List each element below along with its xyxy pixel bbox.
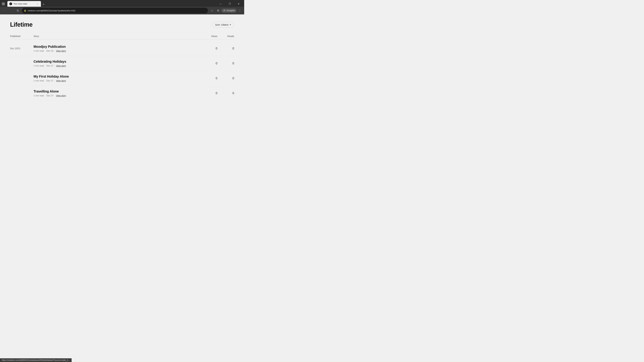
bookmark-button[interactable]: ☆ <box>209 8 215 13</box>
story-meta-2: 1 min read · Dec 27 · View story <box>34 79 200 82</box>
story-meta-0: 1 min read · Dec 26 · View story <box>34 50 200 52</box>
story-meta-1: 1 min read · Dec 27 · View story <box>34 64 200 67</box>
story-info-2: My First Holiday Alone 1 min read · Dec … <box>34 75 200 82</box>
read-time-3: 1 min read <box>34 94 44 97</box>
dot2-3: · <box>54 94 55 97</box>
story-info-1: Celebrating Holidays 1 min read · Dec 27… <box>34 60 200 67</box>
story-meta-3: 1 min read · Dec 27 · View story <box>34 94 200 97</box>
dot2-2: · <box>54 79 55 82</box>
dot-2: · <box>45 79 46 82</box>
browser-chrome: M Your story stats × + — ❐ ✕ ← → ↻ 🔒 med… <box>0 0 244 14</box>
incognito-label: Incognito <box>226 9 235 12</box>
story-reads-0: 0 <box>217 47 234 50</box>
table-header: Published Story Views Reads <box>10 33 234 39</box>
table-row: Travelling Alone 1 min read · Dec 27 · V… <box>10 86 234 101</box>
story-title-0: Moodjoy Publication <box>34 45 200 49</box>
incognito-badge[interactable]: Incognito <box>221 8 236 12</box>
read-time-0: 1 min read <box>34 50 44 52</box>
chevron-down-icon: ▾ <box>230 23 231 26</box>
table-row: Dec 2023 Moodjoy Publication 1 min read … <box>10 41 234 56</box>
close-button[interactable]: ✕ <box>235 1 242 6</box>
story-title-3: Travelling Alone <box>34 89 200 93</box>
page-header: Lifetime Sort: Oldest ▾ <box>10 21 234 28</box>
dot2-0: · <box>54 50 55 52</box>
publish-date-1: Dec 27 <box>46 64 53 67</box>
story-views-3: 0 <box>200 91 217 95</box>
story-views-2: 0 <box>200 77 217 80</box>
forward-button[interactable]: → <box>8 8 14 13</box>
page-title: Lifetime <box>10 21 32 28</box>
tab-left-controls <box>2 2 5 5</box>
col-header-views: Views <box>200 35 217 37</box>
story-title-2: My First Holiday Alone <box>34 75 200 78</box>
refresh-button[interactable]: ↻ <box>15 8 20 13</box>
story-info-0: Moodjoy Publication 1 min read · Dec 26 … <box>34 45 200 52</box>
col-header-reads: Reads <box>217 35 234 37</box>
svg-rect-2 <box>2 4 4 5</box>
read-time-1: 1 min read <box>34 64 44 67</box>
sort-label: Sort: Oldest <box>215 23 228 26</box>
publish-date-3: Dec 27 <box>46 94 53 97</box>
back-button[interactable]: ← <box>2 8 7 13</box>
story-reads-3: 0 <box>217 91 234 95</box>
address-text: medium.com/@89f4222e/stats?publishedAt=A… <box>28 9 206 12</box>
new-tab-button[interactable]: + <box>41 2 46 7</box>
address-bar[interactable]: 🔒 medium.com/@89f4222e/stats?publishedAt… <box>22 8 208 13</box>
dot-0: · <box>45 50 46 52</box>
table-row: Celebrating Holidays 1 min read · Dec 27… <box>10 56 234 71</box>
view-story-link-1[interactable]: View story <box>56 64 66 67</box>
page-content: Lifetime Sort: Oldest ▾ Published Story … <box>0 14 244 145</box>
col-header-published: Published <box>10 35 34 37</box>
story-rows-container: Dec 2023 Moodjoy Publication 1 min read … <box>10 41 234 101</box>
dot-3: · <box>45 94 46 97</box>
svg-rect-0 <box>2 3 4 3</box>
story-title-1: Celebrating Holidays <box>34 60 200 63</box>
more-button[interactable]: ⋮ <box>237 8 242 13</box>
view-story-link-0[interactable]: View story <box>56 50 66 52</box>
col-header-story: Story <box>34 35 200 37</box>
story-info-3: Travelling Alone 1 min read · Dec 27 · V… <box>34 89 200 97</box>
toolbar-right: ☆ ⧉ Incognito ⋮ <box>209 8 242 13</box>
view-story-link-2[interactable]: View story <box>56 79 66 82</box>
browser-tab-group: M Your story stats × + <box>8 1 215 7</box>
story-reads-2: 0 <box>217 77 234 80</box>
tab-expand-button[interactable] <box>2 2 5 5</box>
dot2-1: · <box>54 64 55 67</box>
tab-close-button[interactable]: × <box>36 2 39 5</box>
browser-title-bar: M Your story stats × + — ❐ ✕ <box>0 0 244 7</box>
restore-button[interactable]: ❐ <box>226 1 234 6</box>
table-row: My First Holiday Alone 1 min read · Dec … <box>10 71 234 86</box>
story-date-0: Dec 2023 <box>10 47 34 50</box>
story-views-1: 0 <box>200 62 217 65</box>
tab-title: Your story stats <box>14 3 35 5</box>
minimize-button[interactable]: — <box>217 1 224 6</box>
browser-toolbar: ← → ↻ 🔒 medium.com/@89f4222e/stats?publi… <box>0 7 244 14</box>
read-time-2: 1 min read <box>34 79 44 82</box>
story-views-0: 0 <box>200 47 217 50</box>
active-tab[interactable]: M Your story stats × <box>8 1 41 7</box>
lock-icon: 🔒 <box>24 9 26 12</box>
dot-1: · <box>45 64 46 67</box>
story-reads-1: 0 <box>217 62 234 65</box>
tab-favicon: M <box>10 2 12 5</box>
sort-dropdown[interactable]: Sort: Oldest ▾ <box>212 22 234 28</box>
stats-table: Published Story Views Reads Dec 2023 Moo… <box>10 33 234 101</box>
view-story-link-3[interactable]: View story <box>56 94 66 97</box>
publish-date-2: Dec 27 <box>46 79 53 82</box>
svg-rect-1 <box>2 4 4 4</box>
split-view-button[interactable]: ⧉ <box>215 8 221 13</box>
window-controls: — ❐ ✕ <box>217 1 242 6</box>
publish-date-0: Dec 26 <box>46 50 53 52</box>
